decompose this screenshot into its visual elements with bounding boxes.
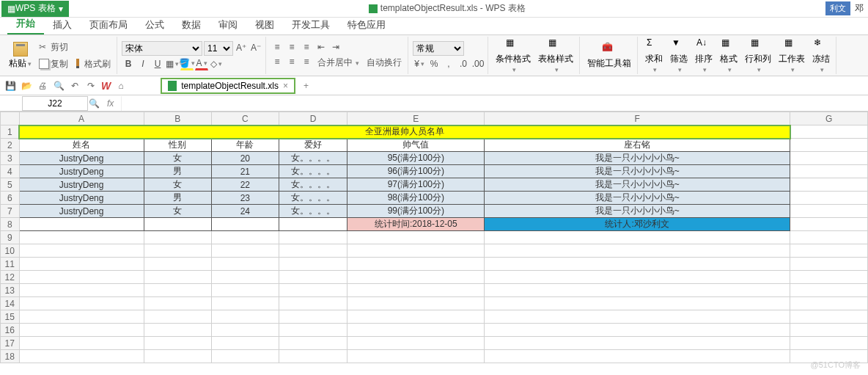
cell[interactable]: 99(满分100分) (347, 205, 485, 218)
percent-button[interactable]: % (427, 57, 441, 70)
increase-indent-button[interactable]: ⇥ (329, 40, 342, 54)
row-header[interactable]: 5 (1, 178, 20, 192)
col-header[interactable]: D (279, 112, 347, 125)
qat-save-icon[interactable]: 💾 (4, 80, 16, 92)
row-header[interactable]: 10 (1, 244, 20, 258)
decrease-indent-button[interactable]: ⇤ (315, 40, 328, 54)
align-top-button[interactable]: ≡ (271, 40, 284, 54)
cell[interactable]: 男 (144, 165, 211, 178)
align-bottom-button[interactable]: ≡ (300, 40, 313, 54)
row-header[interactable]: 16 (1, 324, 20, 337)
footer-author-cell[interactable]: 统计人:邓沙利文 (485, 218, 790, 231)
tab-page-layout[interactable]: 页面布局 (81, 15, 136, 34)
cell[interactable]: 我是一只小小小小鸟~ (485, 152, 790, 165)
thousands-button[interactable]: , (442, 57, 455, 70)
tab-home[interactable]: 开始 (7, 14, 44, 34)
header-cell[interactable]: 座右铭 (485, 139, 790, 152)
toolbox-button[interactable]: 🧰智能工具箱 (584, 42, 634, 70)
grid[interactable]: A B C D E F G 1全亚洲最帅人员名单 2 姓名 性别 年龄 爱好 帅… (0, 112, 868, 375)
name-box[interactable] (22, 96, 88, 111)
tab-data[interactable]: 数据 (173, 15, 210, 34)
clear-format-button[interactable]: ◇ (210, 57, 223, 70)
row-header[interactable]: 14 (1, 297, 20, 310)
align-middle-button[interactable]: ≡ (285, 40, 298, 54)
cell[interactable]: JustryDeng (19, 165, 144, 178)
row-header[interactable]: 1 (1, 125, 20, 139)
header-cell[interactable]: 性别 (144, 139, 211, 152)
cell[interactable]: 女。。。。 (279, 178, 347, 192)
font-color-button[interactable]: A (195, 57, 208, 70)
cell[interactable]: 女 (144, 205, 211, 218)
cell[interactable]: 女 (144, 178, 211, 192)
sum-button[interactable]: Σ求和 (642, 37, 666, 73)
cell[interactable]: 21 (211, 165, 279, 178)
row-header[interactable]: 6 (1, 192, 20, 205)
number-format-select[interactable]: 常规 (413, 41, 464, 56)
row-header[interactable]: 7 (1, 205, 20, 218)
row-header[interactable]: 4 (1, 165, 20, 178)
increase-decimal-button[interactable]: .0 (457, 57, 470, 70)
row-header[interactable]: 15 (1, 310, 20, 324)
qat-home-icon[interactable]: ⌂ (115, 80, 127, 92)
cell[interactable]: 20 (211, 152, 279, 165)
cell[interactable]: 我是一只小小小小鸟~ (485, 178, 790, 192)
align-right-button[interactable]: ≡ (300, 55, 313, 68)
col-header[interactable]: A (19, 112, 144, 125)
select-all-corner[interactable] (1, 112, 20, 125)
cell[interactable]: 女。。。。 (279, 205, 347, 218)
row-header[interactable]: 9 (1, 231, 20, 244)
title-cell[interactable]: 全亚洲最帅人员名单 (19, 125, 790, 139)
cell[interactable]: JustryDeng (19, 152, 144, 165)
fx-search-icon[interactable]: 🔍 (88, 98, 100, 109)
copy-button[interactable]: 复制格式刷 (36, 57, 114, 72)
sort-button[interactable]: A↓排序 (692, 37, 716, 73)
qat-print-icon[interactable]: 🖨 (37, 80, 48, 92)
tab-view[interactable]: 视图 (246, 15, 283, 34)
row-header[interactable]: 17 (1, 337, 20, 350)
header-cell[interactable]: 帅气值 (347, 139, 485, 152)
cell[interactable]: 24 (211, 205, 279, 218)
tab-developer[interactable]: 开发工具 (283, 15, 339, 34)
cell[interactable]: 我是一只小小小小鸟~ (485, 165, 790, 178)
row-header[interactable]: 2 (1, 139, 20, 152)
align-center-button[interactable]: ≡ (285, 55, 298, 68)
cell[interactable]: 我是一只小小小小鸟~ (485, 205, 790, 218)
format-button[interactable]: ▦格式 (717, 37, 740, 73)
currency-button[interactable]: ¥ (413, 57, 426, 70)
file-tab[interactable]: templateObjectResult.xls × + (161, 78, 295, 94)
decrease-font-button[interactable]: A⁻ (249, 41, 262, 54)
qat-undo-icon[interactable]: ↶ (69, 80, 81, 92)
tab-insert[interactable]: 插入 (44, 15, 81, 34)
col-header[interactable]: E (347, 112, 485, 125)
row-header[interactable]: 8 (1, 218, 20, 231)
cell[interactable]: 我是一只小小小小鸟~ (485, 192, 790, 205)
tab-special[interactable]: 特色应用 (339, 15, 394, 34)
cell[interactable]: JustryDeng (19, 178, 144, 192)
rowcol-button[interactable]: ▦行和列 (742, 37, 774, 73)
decrease-decimal-button[interactable]: .00 (471, 57, 485, 70)
tab-formulas[interactable]: 公式 (136, 15, 173, 34)
cell[interactable]: 22 (211, 178, 279, 192)
cut-button[interactable]: 剪切 (36, 40, 114, 55)
align-left-button[interactable]: ≡ (271, 55, 284, 68)
freeze-button[interactable]: ❄冻结 (809, 37, 833, 73)
filter-button[interactable]: ▼筛选 (667, 37, 691, 73)
merge-center-button[interactable]: 合并居中 (315, 55, 362, 70)
col-header[interactable]: G (790, 112, 868, 125)
file-tab-close-icon[interactable]: × (283, 81, 288, 91)
increase-font-button[interactable]: A⁺ (235, 41, 248, 54)
font-family-select[interactable]: 宋体 (122, 41, 202, 56)
cell[interactable]: JustryDeng (19, 192, 144, 205)
formula-input[interactable] (121, 96, 868, 111)
fx-icon[interactable]: fx (107, 98, 114, 109)
cell[interactable]: JustryDeng (19, 205, 144, 218)
col-header[interactable]: F (485, 112, 790, 125)
header-cell[interactable]: 姓名 (19, 139, 144, 152)
cell[interactable]: 98(满分100分) (347, 192, 485, 205)
tab-review[interactable]: 审阅 (210, 15, 246, 34)
conditional-format-button[interactable]: ▦条件格式 (493, 37, 534, 73)
account-badge[interactable]: 利文 (825, 1, 850, 15)
row-header[interactable]: 11 (1, 258, 20, 271)
col-header[interactable]: C (211, 112, 279, 125)
border-button[interactable]: ▦ (166, 57, 179, 70)
